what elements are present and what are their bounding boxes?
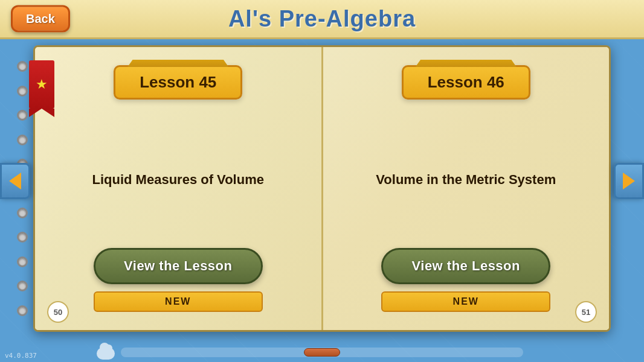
page-number-right: 51 [575, 301, 597, 323]
back-button[interactable]: Back [11, 5, 70, 33]
bookmark: ★ [29, 60, 54, 109]
star-icon: ★ [36, 77, 48, 92]
lesson-45-banner: Lesson 45 [114, 65, 242, 100]
lesson-46-title: Lesson 46 [428, 73, 504, 91]
left-arrow-icon [9, 173, 21, 189]
spiral-ring [17, 305, 28, 316]
spiral-ring [17, 135, 28, 145]
lesson-46-banner: Lesson 46 [402, 65, 530, 100]
page-title: Al's Pre-Algebra [228, 6, 416, 32]
lesson-45-new-badge: NEW [94, 291, 263, 312]
book-container: Lesson 45 Liquid Measures of Volume View… [33, 45, 611, 332]
spiral-ring [17, 232, 28, 243]
spiral-ring [17, 61, 28, 72]
lesson-45-title: Lesson 45 [140, 73, 216, 91]
right-arrow-icon [623, 173, 635, 189]
version-label: v4.0.837 [5, 352, 37, 360]
lesson-45-description: Liquid Measures of Volume [92, 130, 264, 230]
view-lesson-45-button[interactable]: View the Lesson [94, 248, 263, 284]
prev-page-button[interactable] [0, 163, 30, 199]
spiral-ring [17, 208, 28, 218]
view-lesson-46-button[interactable]: View the Lesson [381, 248, 550, 284]
scrollbar-thumb[interactable] [304, 348, 340, 357]
scrollbar[interactable] [121, 348, 523, 357]
book-page-left: Lesson 45 Liquid Measures of Volume View… [35, 47, 323, 330]
page-number-left: 50 [47, 301, 69, 323]
lesson-46-description: Volume in the Metric System [376, 130, 556, 230]
book-page-right: Lesson 46 Volume in the Metric System Vi… [323, 47, 610, 330]
lesson-46-new-badge: NEW [381, 291, 550, 312]
spiral-ring [17, 110, 28, 121]
cloud-icon [97, 348, 115, 360]
top-bar: Back Al's Pre-Algebra [0, 0, 644, 39]
spiral-ring [17, 256, 28, 267]
spiral-ring [17, 281, 28, 291]
next-page-button[interactable] [614, 163, 644, 199]
spiral-ring [17, 86, 28, 97]
